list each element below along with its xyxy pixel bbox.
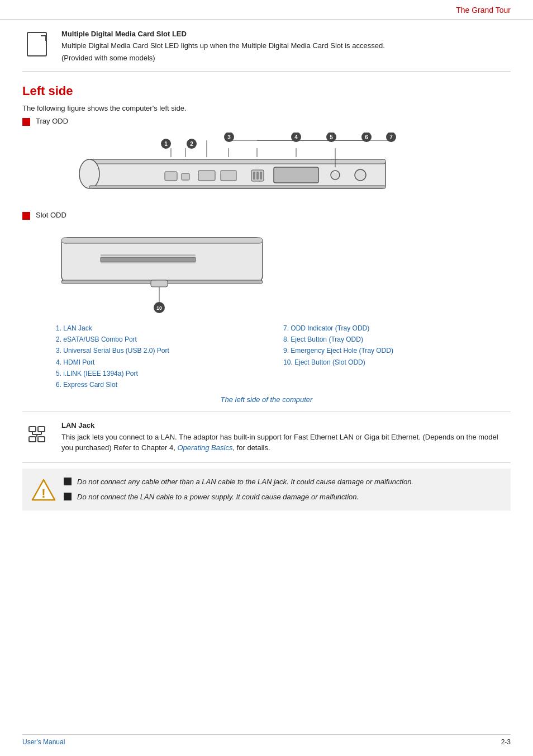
svg-rect-57: [38, 437, 45, 442]
svg-rect-5: [182, 173, 189, 180]
svg-text:6: 6: [365, 134, 368, 140]
warning-bullet-2: [64, 493, 72, 500]
media-card-desc: Multiple Digital Media Card Slot LED lig…: [61, 40, 511, 51]
svg-rect-1: [89, 159, 386, 164]
page-title: The Grand Tour: [456, 6, 511, 15]
lan-jack-desc-text: This jack lets you connect to a LAN. The…: [61, 433, 498, 452]
svg-rect-11: [260, 172, 262, 179]
tray-odd-diagram: 1 2 3 4: [56, 133, 402, 205]
slot-odd-diagram: 10: [56, 226, 279, 316]
footer-page-number: 2-3: [501, 738, 511, 746]
card-slot-icon: [27, 32, 47, 56]
part-1: 1. LAN Jack: [56, 323, 283, 334]
part-8: 8. Eject Button (Tray ODD): [283, 334, 511, 345]
media-card-title: Multiple Digital Media Card Slot LED: [61, 30, 511, 38]
svg-rect-56: [29, 437, 36, 442]
svg-text:10: 10: [156, 305, 162, 311]
media-card-body: Multiple Digital Media Card Slot LED Mul…: [61, 30, 511, 62]
slot-odd-diagram-area: 10: [56, 226, 511, 316]
svg-rect-4: [165, 172, 177, 181]
svg-rect-47: [101, 254, 196, 256]
top-bar: The Grand Tour: [0, 0, 533, 20]
tray-odd-diagram-area: 1 2 3 4: [56, 133, 511, 205]
warning-box: ! Do not connect any cable other than a …: [22, 469, 511, 511]
lan-jack-entry: LAN Jack This jack lets you connect to a…: [22, 412, 511, 463]
warning-triangle-icon: !: [31, 478, 56, 502]
part-2: 2. eSATA/USB Combo Port: [56, 334, 283, 345]
left-side-heading: Left side: [22, 84, 511, 98]
page-footer: User's Manual 2-3: [22, 734, 511, 746]
svg-rect-45: [61, 238, 263, 243]
media-card-entry: Multiple Digital Media Card Slot LED Mul…: [22, 20, 511, 72]
bullet-square-icon: [22, 118, 30, 126]
left-side-section: Left side The following figure shows the…: [22, 84, 511, 404]
svg-rect-10: [256, 172, 259, 179]
svg-text:4: 4: [294, 134, 298, 140]
warning-icon-container: !: [31, 478, 56, 502]
slot-odd-bullet: Slot ODD: [22, 211, 511, 220]
warning-text-1: Do not connect any cable other than a LA…: [77, 476, 413, 488]
svg-rect-54: [29, 427, 36, 432]
media-card-note: (Provided with some models): [61, 54, 511, 62]
lan-jack-body: LAN Jack This jack lets you connect to a…: [61, 421, 511, 453]
parts-col-left: 1. LAN Jack 2. eSATA/USB Combo Port 3. U…: [56, 323, 283, 391]
warning-item-2: Do not connect the LAN cable to a power …: [64, 492, 502, 503]
lan-icon-container: [22, 421, 51, 445]
parts-col-right: 7. ODD Indicator (Tray ODD) 8. Eject But…: [283, 323, 511, 391]
part-7: 7. ODD Indicator (Tray ODD): [283, 323, 511, 334]
svg-text:1: 1: [164, 141, 168, 147]
svg-rect-46: [101, 257, 196, 262]
lan-jack-title: LAN Jack: [61, 421, 511, 429]
warning-bullet-1: [64, 478, 72, 485]
lan-jack-link: Operating Basics: [177, 443, 232, 452]
svg-text:3: 3: [227, 134, 231, 140]
slot-odd-label: Slot ODD: [36, 211, 66, 219]
tray-odd-label: Tray ODD: [36, 117, 68, 125]
part-9: 9. Emergency Eject Hole (Tray ODD): [283, 345, 511, 356]
svg-text:2: 2: [190, 141, 193, 147]
part-6: 6. Express Card Slot: [56, 379, 283, 390]
svg-rect-55: [38, 427, 45, 432]
svg-text:7: 7: [389, 134, 393, 140]
svg-text:!: !: [41, 486, 45, 500]
page-container: The Grand Tour Multiple Digital Media Ca…: [0, 0, 533, 756]
footer-manual-label: User's Manual: [22, 738, 65, 746]
warning-item-1: Do not connect any cable other than a LA…: [64, 476, 502, 488]
part-3: 3. Universal Serial Bus (USB 2.0) Port: [56, 345, 283, 356]
main-content: Multiple Digital Media Card Slot LED Mul…: [0, 20, 533, 511]
part-5: 5. i.LINK (IEEE 1394a) Port: [56, 368, 283, 379]
svg-rect-50: [151, 280, 168, 287]
lan-network-icon: [27, 424, 47, 445]
lan-jack-desc2: , for details.: [232, 443, 270, 452]
svg-rect-12: [274, 167, 318, 183]
part-4: 4. HDMI Port: [56, 357, 283, 368]
diagram-caption: The left side of the computer: [22, 395, 511, 404]
svg-text:5: 5: [330, 134, 333, 140]
svg-point-14: [355, 169, 366, 181]
bullet-square-icon-2: [22, 212, 30, 220]
part-10: 10. Eject Button (Slot ODD): [283, 357, 511, 368]
svg-point-2: [79, 159, 99, 188]
warning-text-2: Do not connect the LAN cable to a power …: [77, 492, 359, 503]
svg-rect-9: [253, 172, 255, 179]
svg-rect-48: [101, 262, 196, 263]
svg-point-13: [331, 171, 340, 179]
svg-rect-6: [198, 171, 215, 181]
parts-list: 1. LAN Jack 2. eSATA/USB Combo Port 3. U…: [56, 323, 511, 391]
tray-odd-bullet: Tray ODD: [22, 117, 511, 126]
warning-content: Do not connect any cable other than a LA…: [64, 476, 502, 503]
svg-rect-7: [221, 171, 236, 181]
svg-rect-3: [89, 186, 386, 188]
media-card-icon-container: [22, 30, 51, 56]
lan-jack-desc: This jack lets you connect to a LAN. The…: [61, 432, 511, 453]
left-side-intro: The following figure shows the computer'…: [22, 104, 511, 112]
